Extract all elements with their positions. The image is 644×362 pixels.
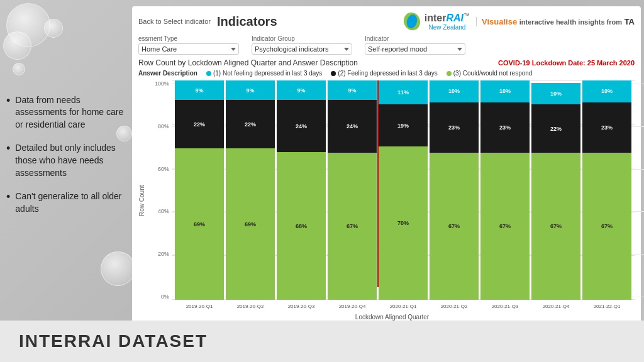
legend-title: Answer Description: [138, 70, 197, 77]
x-label: 2019-20-Q4: [328, 304, 377, 309]
legend-dot-black: [331, 71, 336, 76]
page-title: Indicators: [217, 14, 402, 29]
bar-segment-blue: 9%: [328, 80, 377, 100]
filter-assessment-type: essment Type Home Care: [138, 35, 239, 55]
bar-segment-blue: 10%: [531, 83, 580, 105]
bar-segment-blue: 10%: [582, 80, 631, 102]
bar-stack: 9%24%68%: [277, 80, 326, 300]
bar-segment-blue: 9%: [226, 80, 275, 100]
y-tick: 0%: [150, 293, 172, 300]
filter-row: essment Type Home Care Indicator Group P…: [138, 35, 635, 55]
bar-segment-green: 67%: [430, 153, 479, 300]
covid-date: COVID-19 Lockdown Date: 25 March 2020: [498, 59, 635, 67]
bullet-3: Can't generalize to all older adults: [6, 190, 126, 215]
chart-inner: 100% 80% 60% 40% 20% 0% 9%22%69%9%22%69%…: [150, 80, 635, 321]
left-panel: Data from needs assessments for home car…: [0, 0, 132, 321]
bar-segment-black: 19%: [379, 104, 428, 146]
bar-stack: 9%24%67%: [328, 80, 377, 300]
indicator-group-label: Indicator Group: [252, 35, 352, 42]
bar-group: 9%22%69%: [175, 80, 224, 300]
legend-dot-green: [447, 71, 452, 76]
x-label: 2019-20-Q1: [175, 304, 224, 309]
interrai-logo-text: interRAI™: [425, 12, 470, 24]
bar-segment-green: 67%: [582, 153, 631, 300]
assessment-type-label: essment Type: [138, 35, 239, 42]
assessment-type-select[interactable]: Home Care: [138, 43, 239, 55]
y-tick: 40%: [150, 208, 172, 214]
bar-stack: 10%23%67%: [582, 80, 631, 300]
y-tick: 100%: [150, 80, 172, 87]
bullet-1: Data from needs assessments for home car…: [6, 94, 126, 131]
bar-segment-black: 23%: [480, 102, 530, 153]
bar-segment-blue: 11%: [379, 80, 428, 104]
bar-segment-green: 69%: [226, 148, 275, 300]
filter-indicator-group: Indicator Group Psychological indicators: [252, 35, 352, 55]
chart-container: Row Count 100% 80% 60% 40%: [138, 80, 635, 321]
bar-segment-blue: 10%: [480, 80, 530, 102]
bar-segment-black: 22%: [226, 100, 275, 148]
y-ticks: 100% 80% 60% 40% 20% 0%: [150, 80, 172, 300]
bar-group: 10%23%67%: [582, 80, 631, 300]
bar-segment-black: 22%: [175, 100, 224, 148]
back-link[interactable]: Back to Select indicator: [138, 18, 211, 25]
interrai-logo: interRAI™ New Zealand: [402, 11, 470, 31]
bar-group: 9%24%67%: [328, 80, 377, 300]
bar-segment-blue: 9%: [175, 80, 224, 100]
bar-segment-black: 24%: [328, 100, 377, 153]
indicator-group-select[interactable]: Psychological indicators: [252, 43, 352, 55]
bottom-section: INTERRAI DATASET: [0, 321, 644, 362]
bar-stack: 9%22%69%: [175, 80, 224, 300]
indicator-select[interactable]: Self-reported mood: [365, 43, 465, 55]
bar-group: 10%23%67%: [480, 80, 530, 300]
bar-stack: 10%23%67%: [480, 80, 530, 300]
x-label: 2019-20-Q2: [226, 304, 275, 309]
bar-segment-blue: 10%: [430, 80, 479, 102]
chart-title-row: Row Count by Lockdown Aligned Quarter an…: [138, 58, 635, 67]
bar-segment-black: 23%: [582, 102, 631, 153]
x-label: 2020-21-Q3: [480, 304, 530, 309]
bar-segment-green: 70%: [379, 146, 428, 300]
bar-segment-green: 67%: [531, 153, 580, 300]
covid-line: [377, 80, 379, 287]
y-axis-label: Row Count: [138, 80, 150, 321]
x-label: 2020-21-Q4: [531, 304, 580, 309]
bar-stack: 9%22%69%: [226, 80, 275, 300]
bar-stack: 10%22%67%: [531, 80, 580, 300]
bar-group: 11%19%70%: [379, 80, 428, 300]
bar-segment-black: 24%: [277, 100, 326, 152]
x-label: 2020-21-Q1: [379, 304, 428, 309]
interrai-nz: New Zealand: [425, 24, 470, 31]
x-label: 2020-21-Q2: [430, 304, 479, 309]
chart-plot: 100% 80% 60% 40% 20% 0% 9%22%69%9%22%69%…: [150, 80, 635, 312]
x-labels: 2019-20-Q12019-20-Q22019-20-Q32019-20-Q4…: [172, 300, 635, 312]
bar-group: 10%22%67%: [531, 80, 580, 300]
indicator-label: Indicator: [365, 35, 465, 42]
legend-item-3: (3) Could/would not respond: [447, 70, 533, 77]
header-row: Back to Select indicator Indicators inte…: [138, 11, 635, 31]
bar-segment-green: 67%: [480, 153, 530, 300]
bar-segment-blue: 9%: [277, 80, 326, 100]
x-axis-title: Lockdown Aligned Quarter: [150, 314, 635, 321]
bar-group: 9%22%69%: [226, 80, 275, 300]
filter-indicator: Indicator Self-reported mood: [365, 35, 465, 55]
y-tick: 20%: [150, 251, 172, 257]
bullet-2: Detailed but only includes those who hav…: [6, 142, 126, 179]
bar-segment-black: 22%: [531, 104, 580, 153]
bar-group: 9%24%68%: [277, 80, 326, 300]
bar-segment-green: 68%: [277, 152, 326, 300]
bar-stack: 10%23%67%: [430, 80, 479, 300]
legend-dot-blue: [206, 71, 211, 76]
chart-title: Row Count by Lockdown Aligned Quarter an…: [138, 58, 358, 67]
bar-group: 10%23%67%: [430, 80, 479, 300]
logo-area: interRAI™ New Zealand Visualise interact…: [402, 11, 635, 31]
x-label: 2019-20-Q3: [277, 304, 326, 309]
legend-item-1: (1) Not feeling depressed in last 3 days: [206, 70, 322, 77]
bar-stack: 11%19%70%: [379, 80, 428, 300]
visualise-logo: Visualise interactive health insights fr…: [476, 17, 635, 26]
bar-segment-black: 23%: [430, 102, 479, 153]
y-tick: 60%: [150, 166, 172, 172]
interrai-leaf-icon: [402, 11, 422, 31]
y-tick: 80%: [150, 123, 172, 129]
bottom-title: INTERRAI DATASET: [19, 331, 208, 351]
legend-row: Answer Description (1) Not feeling depre…: [138, 70, 635, 77]
